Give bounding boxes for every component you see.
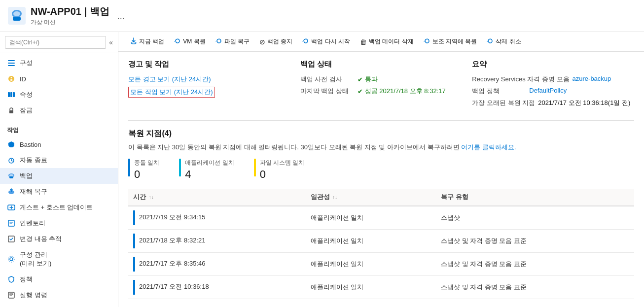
header-more-button[interactable]: ...	[117, 11, 125, 21]
backup-now-icon	[130, 37, 137, 46]
svg-rect-6	[8, 65, 15, 66]
sidebar-item-guest-host[interactable]: 게스트 + 호스트 업데이트	[0, 200, 118, 215]
svg-point-13	[9, 174, 13, 177]
pre-check-row: 백업 사전 검사 통과	[300, 75, 463, 84]
sidebar-item-bastion[interactable]: Bastion	[0, 136, 118, 152]
collapse-button[interactable]: «	[109, 38, 113, 46]
cell-recovery-type: 스냅샷	[436, 206, 634, 230]
view-all-jobs-link[interactable]: 모든 작업 보기 (지난 24시간)	[128, 87, 215, 98]
svg-rect-5	[8, 63, 15, 64]
sidebar-item-props[interactable]: 속성	[0, 87, 118, 102]
svg-rect-10	[9, 110, 13, 113]
vm-restore-icon	[174, 37, 181, 46]
section-label: 작업	[0, 122, 118, 136]
resume-backup-button[interactable]: 백업 다시 시작	[298, 35, 354, 48]
pre-check-value: 통과	[358, 75, 378, 84]
table-row[interactable]: 2021/7/18 오후 8:32:21 애플리케이션 일치 스냅샷 및 자격 …	[128, 230, 634, 253]
last-backup-label: 마지막 백업 상태	[300, 87, 355, 96]
page-subtitle: 가상 머신	[31, 18, 109, 27]
clock-icon	[7, 156, 16, 165]
backup-status-title: 백업 상태	[300, 60, 463, 69]
sidebar-top-section: 구성 ID 속성 잠금	[0, 53, 118, 120]
svg-point-22	[131, 42, 136, 44]
svg-rect-9	[13, 92, 15, 97]
app-bar	[179, 159, 181, 176]
crash-value: 0	[134, 168, 159, 181]
delete-backup-label: 백업 데이터 삭제	[369, 37, 414, 46]
file-label: 파일 시스템 일치	[260, 159, 305, 167]
id-icon	[7, 74, 16, 83]
vault-label: Recovery Services 자격 증명 모음	[472, 75, 569, 84]
col-time[interactable]: 시간 ↑↓	[128, 189, 306, 206]
sidebar-item-label: 백업	[20, 171, 111, 180]
cell-consistency: 애플리케이션 일치	[306, 206, 436, 230]
delete-cancel-button[interactable]: 삭제 취소	[483, 35, 525, 48]
file-restore-button[interactable]: 파일 복구	[212, 35, 253, 48]
delete-backup-button[interactable]: 🗑 백업 데이터 삭제	[356, 35, 418, 48]
backup-status-card: 백업 상태 백업 사전 검사 통과 마지막 백업 상태 성공 2021/7/18…	[300, 60, 463, 110]
sort-icon: ↑↓	[332, 195, 337, 200]
sidebar-item-label: 재해 복구	[20, 187, 111, 196]
vm-restore-button[interactable]: VM 복원	[170, 35, 209, 48]
svg-rect-4	[8, 60, 15, 61]
vm-restore-label: VM 복원	[183, 37, 205, 46]
sidebar-item-id[interactable]: ID	[0, 71, 118, 87]
sidebar-item-change-tracking[interactable]: 변경 내용 추적	[0, 231, 118, 247]
sidebar-item-inventory[interactable]: 인벤토리	[0, 215, 118, 231]
svg-point-2	[13, 11, 20, 16]
svg-rect-8	[10, 92, 12, 97]
app-counter: 애플리케이션 일치 4	[179, 159, 234, 181]
restore-table: 시간 ↑↓ 일관성 ↑↓ 복구 유형 2021/7/19 오전 9:34:15 …	[128, 189, 634, 299]
sidebar-item-backup[interactable]: 백업	[0, 168, 118, 184]
table-row[interactable]: 2021/7/19 오전 9:34:15 애플리케이션 일치 스냅샷	[128, 206, 634, 230]
stop-backup-button[interactable]: ⊘ 백업 중지	[255, 35, 296, 48]
alerts-card: 경고 및 작업 모든 경고 보기 (지난 24시간) 모든 작업 보기 (지난 …	[128, 60, 290, 110]
search-input[interactable]	[5, 36, 106, 49]
sidebar-item-label: 자동 종료	[20, 156, 111, 165]
restore-region-icon	[424, 37, 430, 46]
svg-point-19	[10, 258, 13, 261]
restore-region-button[interactable]: 보조 지역에 복원	[420, 35, 481, 48]
oldest-row: 가장 오래된 복원 지점 2021/7/17 오전 10:36:18(1일 전)	[472, 99, 634, 107]
col-consistency[interactable]: 일관성 ↑↓	[306, 189, 436, 206]
table-row[interactable]: 2021/7/17 오후 8:35:46 애플리케이션 일치 스냅샷 및 자격 …	[128, 253, 634, 276]
sidebar-item-lock[interactable]: 잠금	[0, 102, 118, 118]
cell-recovery-type: 스냅샷 및 자격 증명 모음 표준	[436, 276, 634, 299]
sidebar-item-auto-shutdown[interactable]: 자동 종료	[0, 152, 118, 168]
backup-now-button[interactable]: 지금 백업	[126, 35, 168, 48]
file-value: 0	[260, 168, 305, 181]
svg-rect-7	[8, 92, 10, 97]
file-restore-label: 파일 복구	[224, 37, 250, 46]
stop-backup-icon: ⊘	[259, 38, 265, 46]
sidebar-item-label: 정책	[20, 275, 111, 284]
restore-link[interactable]: 여기를 클릭하세요.	[461, 143, 516, 151]
policy-icon	[7, 275, 16, 284]
sidebar-item-config-mgmt[interactable]: 구성 관리 (미리 보기)	[0, 247, 118, 272]
view-all-alerts-link[interactable]: 모든 경고 보기 (지난 24시간)	[128, 75, 211, 83]
oldest-label: 가장 오래된 복원 지점	[472, 99, 535, 107]
header-icon	[8, 7, 26, 25]
header-title-block: NW-APP01 | 백업 가상 머신	[31, 5, 109, 27]
summary-card: 요약 Recovery Services 자격 증명 모음 azure-back…	[472, 60, 634, 110]
sidebar-item-label: 속성	[20, 90, 111, 99]
cell-consistency: 애플리케이션 일치	[306, 253, 436, 276]
sidebar-item-disaster-recovery[interactable]: 재해 복구	[0, 184, 118, 200]
vault-value[interactable]: azure-backup	[572, 75, 611, 82]
cell-time: 2021/7/18 오후 8:32:21	[128, 230, 306, 253]
oldest-value: 2021/7/17 오전 10:36:18(1일 전)	[538, 99, 630, 107]
backup-now-label: 지금 백업	[139, 37, 164, 46]
policy-value[interactable]: DefaultPolicy	[529, 87, 567, 94]
sidebar-item-config[interactable]: 구성	[0, 55, 118, 71]
sidebar-item-policy[interactable]: 정책	[0, 272, 118, 287]
svg-rect-17	[8, 220, 14, 226]
table-row[interactable]: 2021/7/17 오전 10:36:18 애플리케이션 일치 스냅샷 및 자격…	[128, 276, 634, 299]
sidebar-item-run-command[interactable]: 실행 명령	[0, 287, 118, 303]
info-cards: 경고 및 작업 모든 경고 보기 (지난 24시간) 모든 작업 보기 (지난 …	[128, 60, 634, 110]
stop-backup-label: 백업 중지	[267, 37, 292, 46]
table-header-row: 시간 ↑↓ 일관성 ↑↓ 복구 유형	[128, 189, 634, 206]
svg-point-20	[8, 256, 14, 262]
sidebar-item-label: 구성 관리 (미리 보기)	[20, 250, 111, 268]
crash-counter: 중돌 일치 0	[128, 159, 159, 181]
page-title: NW-APP01 | 백업	[31, 5, 109, 18]
sidebar-item-label: 잠금	[20, 106, 111, 115]
